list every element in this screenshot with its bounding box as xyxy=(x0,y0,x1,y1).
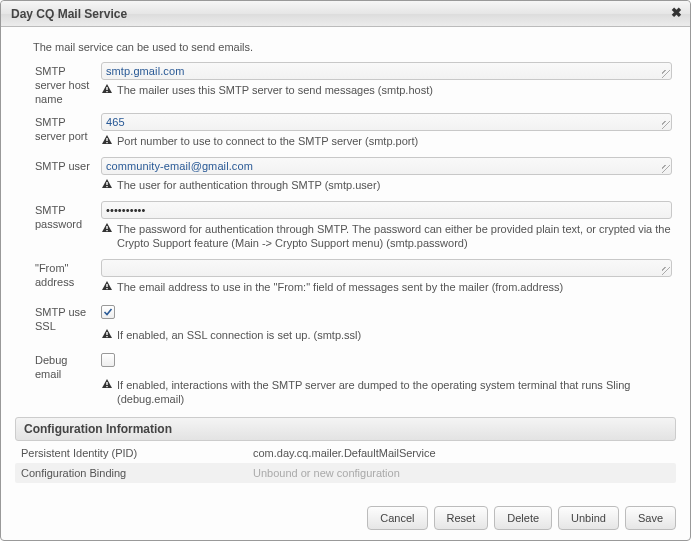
field-row-host: SMTP server host name The mailer uses th… xyxy=(15,59,676,109)
dialog-title: Day CQ Mail Service xyxy=(11,7,127,21)
warning-icon xyxy=(101,222,113,234)
debug-checkbox[interactable] xyxy=(101,353,115,367)
field-label: SMTP password xyxy=(15,201,101,252)
svg-rect-7 xyxy=(106,230,107,231)
field-hint: The mailer uses this SMTP server to send… xyxy=(101,80,672,99)
field-row-debug: Debug email If enabled, interactions wit… xyxy=(15,347,676,411)
reset-button[interactable]: Reset xyxy=(434,506,489,530)
svg-rect-6 xyxy=(106,226,107,229)
smtp-host-input[interactable] xyxy=(101,62,672,80)
field-hint: If enabled, an SSL connection is set up.… xyxy=(101,325,672,344)
intro-text: The mail service can be used to send ema… xyxy=(15,37,676,59)
field-hint: Port number to use to connect to the SMT… xyxy=(101,131,672,150)
from-address-input[interactable] xyxy=(101,259,672,277)
field-label: SMTP use SSL xyxy=(15,303,101,344)
save-button[interactable]: Save xyxy=(625,506,676,530)
field-hint: The user for authentication through SMTP… xyxy=(101,175,672,194)
config-pid-row: Persistent Identity (PID) com.day.cq.mai… xyxy=(15,443,676,463)
config-binding-label: Configuration Binding xyxy=(21,467,253,479)
ssl-checkbox[interactable] xyxy=(101,305,115,319)
smtp-port-input[interactable] xyxy=(101,113,672,131)
config-binding-value: Unbound or new configuration xyxy=(253,467,670,479)
svg-rect-5 xyxy=(106,186,107,187)
warning-icon xyxy=(101,280,113,292)
titlebar: Day CQ Mail Service ✖ xyxy=(1,1,690,27)
svg-rect-1 xyxy=(106,91,107,92)
svg-rect-2 xyxy=(106,138,107,141)
svg-rect-13 xyxy=(106,386,107,387)
warning-icon xyxy=(101,178,113,190)
field-hint: The email address to use in the "From:" … xyxy=(101,277,672,296)
config-pid-label: Persistent Identity (PID) xyxy=(21,447,253,459)
field-label: "From" address xyxy=(15,259,101,296)
svg-rect-3 xyxy=(106,142,107,143)
unbind-button[interactable]: Unbind xyxy=(558,506,619,530)
close-icon[interactable]: ✖ xyxy=(668,6,684,22)
warning-icon xyxy=(101,378,113,390)
delete-button[interactable]: Delete xyxy=(494,506,552,530)
svg-rect-10 xyxy=(106,332,107,335)
field-row-port: SMTP server port Port number to use to c… xyxy=(15,109,676,153)
cancel-button[interactable]: Cancel xyxy=(367,506,427,530)
config-binding-row: Configuration Binding Unbound or new con… xyxy=(15,463,676,483)
svg-rect-4 xyxy=(106,182,107,185)
svg-rect-12 xyxy=(106,382,107,385)
svg-rect-8 xyxy=(106,284,107,287)
field-row-password: SMTP password The password for authentic… xyxy=(15,197,676,255)
config-pid-value: com.day.cq.mailer.DefaultMailService xyxy=(253,447,670,459)
field-label: Debug email xyxy=(15,351,101,408)
warning-icon xyxy=(101,83,113,95)
svg-rect-9 xyxy=(106,288,107,289)
field-label: SMTP user xyxy=(15,157,101,194)
field-row-ssl: SMTP use SSL If enabled, an SSL connecti… xyxy=(15,299,676,347)
warning-icon xyxy=(101,328,113,340)
button-bar: Cancel Reset Delete Unbind Save xyxy=(367,506,676,530)
dialog-content: The mail service can be used to send ema… xyxy=(1,27,690,483)
field-row-user: SMTP user The user for authentication th… xyxy=(15,153,676,197)
field-hint: If enabled, interactions with the SMTP s… xyxy=(101,375,672,408)
smtp-user-input[interactable] xyxy=(101,157,672,175)
config-info-header: Configuration Information xyxy=(15,417,676,441)
svg-rect-0 xyxy=(106,87,107,90)
svg-rect-11 xyxy=(106,336,107,337)
warning-icon xyxy=(101,134,113,146)
field-row-from: "From" address The email address to use … xyxy=(15,255,676,299)
smtp-password-input[interactable] xyxy=(101,201,672,219)
field-hint: The password for authentication through … xyxy=(101,219,672,252)
field-label: SMTP server port xyxy=(15,113,101,150)
field-label: SMTP server host name xyxy=(15,62,101,106)
dialog: Day CQ Mail Service ✖ The mail service c… xyxy=(0,0,691,541)
